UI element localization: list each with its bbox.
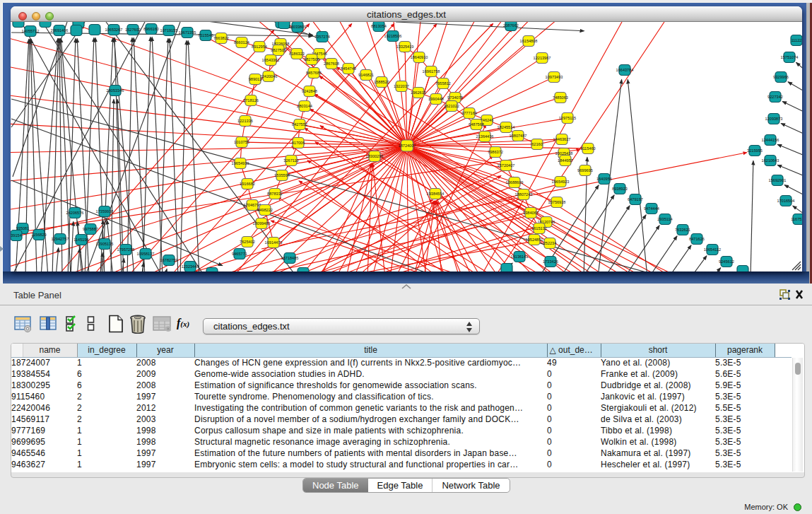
- svg-text:7515546: 7515546: [198, 33, 213, 37]
- svg-text:1990448: 1990448: [428, 97, 444, 101]
- svg-text:1010755: 1010755: [234, 140, 249, 144]
- svg-text:12323448: 12323448: [182, 264, 199, 269]
- svg-text:9498222: 9498222: [257, 208, 273, 212]
- svg-text:14136141: 14136141: [511, 255, 529, 259]
- svg-text:62160: 62160: [531, 142, 543, 146]
- svg-text:11122: 11122: [792, 38, 802, 42]
- svg-text:18640910: 18640910: [411, 55, 428, 59]
- svg-text:16154808: 16154808: [520, 39, 538, 43]
- svg-text:19524851: 19524851: [526, 238, 543, 242]
- svg-text:7986372: 7986372: [488, 150, 503, 154]
- svg-text:2867608: 2867608: [324, 62, 339, 66]
- svg-text:8186323: 8186323: [289, 52, 305, 56]
- svg-text:12444156: 12444156: [762, 138, 779, 142]
- svg-text:9827508: 9827508: [304, 57, 319, 62]
- svg-text:9465771: 9465771: [232, 252, 247, 256]
- svg-text:989012: 989012: [249, 77, 262, 81]
- svg-text:7485063: 7485063: [553, 95, 568, 100]
- svg-text:18807249: 18807249: [515, 192, 533, 197]
- svg-text:8457685: 8457685: [306, 71, 322, 75]
- svg-text:21364436: 21364436: [476, 134, 494, 139]
- svg-text:417006: 417006: [292, 141, 305, 145]
- svg-text:10033809: 10033809: [289, 25, 307, 29]
- svg-text:9827509: 9827509: [271, 48, 286, 52]
- svg-text:10688609: 10688609: [506, 180, 524, 185]
- svg-text:9329966: 9329966: [773, 75, 789, 79]
- svg-text:17957255: 17957255: [117, 247, 135, 252]
- svg-text:1322037: 1322037: [394, 84, 409, 88]
- svg-text:19654923: 19654923: [552, 180, 570, 184]
- svg-text:7663822: 7663822: [213, 36, 229, 40]
- svg-text:19654933: 19654933: [232, 161, 249, 165]
- svg-text:15720407: 15720407: [498, 163, 515, 168]
- svg-text:17046798: 17046798: [244, 203, 261, 207]
- svg-text:252234: 252234: [543, 241, 557, 245]
- svg-text:1588520: 1588520: [374, 80, 389, 84]
- svg-text:9115460: 9115460: [580, 146, 595, 151]
- svg-text:2087662: 2087662: [503, 23, 519, 28]
- svg-text:20053346: 20053346: [107, 88, 124, 93]
- svg-text:12942757: 12942757: [52, 237, 69, 241]
- svg-text:9245612: 9245612: [719, 259, 734, 264]
- svg-text:2935114: 2935114: [657, 217, 672, 221]
- svg-text:16210643: 16210643: [762, 158, 779, 163]
- svg-text:12905135: 12905135: [96, 242, 114, 246]
- svg-text:10654112: 10654112: [704, 247, 721, 252]
- svg-text:9777169: 9777169: [461, 111, 477, 115]
- svg-text:18300295: 18300295: [366, 154, 384, 158]
- svg-text:3215955: 3215955: [747, 148, 763, 153]
- svg-text:16543362: 16543362: [262, 58, 280, 62]
- svg-text:1167534: 1167534: [791, 217, 802, 221]
- svg-text:16914479: 16914479: [265, 240, 283, 245]
- svg-text:18724007: 18724007: [399, 144, 416, 148]
- svg-text:39154: 39154: [11, 233, 22, 238]
- svg-text:8813054: 8813054: [371, 24, 387, 28]
- svg-text:7632621: 7632621: [675, 228, 690, 232]
- svg-text:2803144: 2803144: [297, 104, 312, 108]
- svg-text:8878332: 8878332: [267, 192, 283, 196]
- svg-text:19384554: 19384554: [427, 192, 445, 196]
- svg-text:8966160: 8966160: [143, 27, 159, 31]
- svg-text:1535594: 1535594: [274, 173, 290, 177]
- svg-text:8427552: 8427552: [292, 122, 307, 127]
- svg-text:7357274: 7357274: [314, 35, 330, 39]
- svg-text:10719155: 10719155: [160, 28, 178, 33]
- svg-text:9384067: 9384067: [523, 211, 539, 215]
- svg-text:10807487: 10807487: [510, 134, 527, 138]
- svg-text:1527602: 1527602: [125, 28, 141, 32]
- svg-text:3267110: 3267110: [283, 158, 298, 163]
- svg-text:7625402: 7625402: [240, 240, 255, 244]
- svg-text:9242848: 9242848: [302, 89, 317, 93]
- svg-text:1615132: 1615132: [531, 226, 547, 230]
- svg-text:18099489: 18099489: [253, 221, 271, 226]
- svg-text:8938923: 8938923: [612, 187, 628, 191]
- svg-text:8912954: 8912954: [252, 45, 267, 49]
- svg-text:8471626: 8471626: [689, 237, 705, 241]
- svg-text:6487568: 6487568: [469, 122, 484, 127]
- svg-text:22420046: 22420046: [260, 74, 278, 78]
- svg-text:7955812: 7955812: [435, 81, 451, 86]
- svg-text:1621022: 1621022: [444, 104, 459, 108]
- svg-text:9146821: 9146821: [358, 73, 374, 77]
- svg-text:9699695: 9699695: [577, 168, 593, 173]
- svg-text:24206576: 24206576: [66, 211, 84, 215]
- svg-text:12093873: 12093873: [765, 117, 783, 121]
- svg-text:1844957: 1844957: [558, 158, 573, 163]
- svg-text:16782759: 16782759: [160, 258, 178, 262]
- svg-text:9227342: 9227342: [767, 95, 783, 99]
- svg-text:9474444: 9474444: [644, 206, 659, 211]
- svg-text:10958137: 10958137: [137, 252, 155, 256]
- svg-text:9734078: 9734078: [447, 95, 463, 100]
- svg-text:17359938: 17359938: [96, 209, 114, 214]
- svg-text:10973493: 10973493: [546, 75, 563, 79]
- svg-text:19218506: 19218506: [384, 34, 402, 38]
- svg-text:8660124: 8660124: [234, 40, 249, 45]
- svg-text:1916682: 1916682: [240, 182, 255, 186]
- svg-text:15718485: 15718485: [281, 256, 299, 260]
- svg-text:10756928: 10756928: [548, 200, 566, 204]
- svg-text:12213967: 12213967: [534, 56, 551, 60]
- svg-text:6479197: 6479197: [628, 197, 643, 201]
- svg-text:14055712: 14055712: [22, 29, 40, 33]
- svg-text:1640956: 1640956: [596, 177, 612, 181]
- svg-text:20691406: 20691406: [51, 28, 69, 33]
